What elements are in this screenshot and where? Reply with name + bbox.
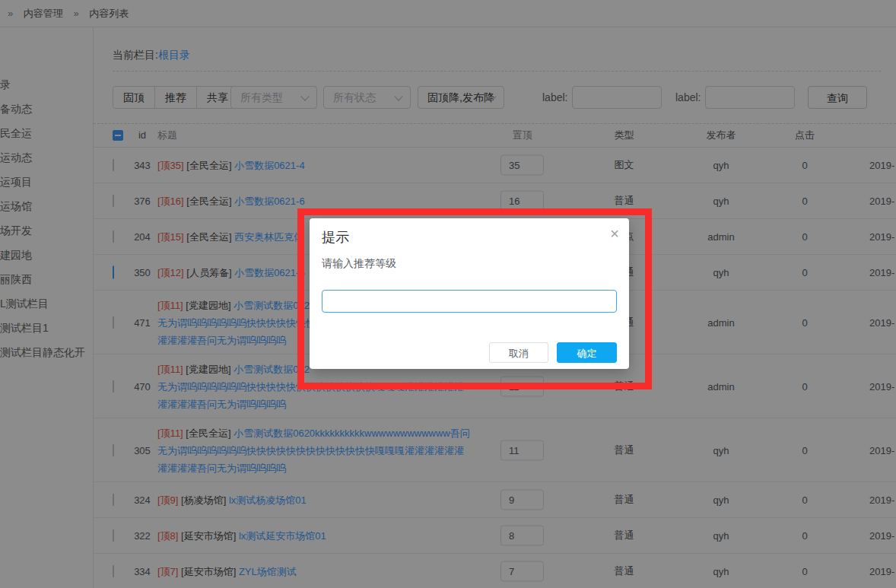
confirm-button[interactable]: 确定 — [557, 342, 617, 363]
prompt-dialog: 提示 × 请输入推荐等级 取消 确定 — [310, 218, 629, 369]
close-icon[interactable]: × — [610, 226, 619, 241]
screen: » 内容管理 » 内容列表 录备动态民全运运动态运项目运场馆场开发建园地丽陕西L… — [0, 0, 896, 588]
recommend-level-input[interactable] — [322, 290, 617, 313]
dialog-title: 提示 — [322, 228, 349, 246]
dialog-message: 请输入推荐等级 — [322, 257, 396, 271]
cancel-button[interactable]: 取消 — [489, 342, 548, 363]
